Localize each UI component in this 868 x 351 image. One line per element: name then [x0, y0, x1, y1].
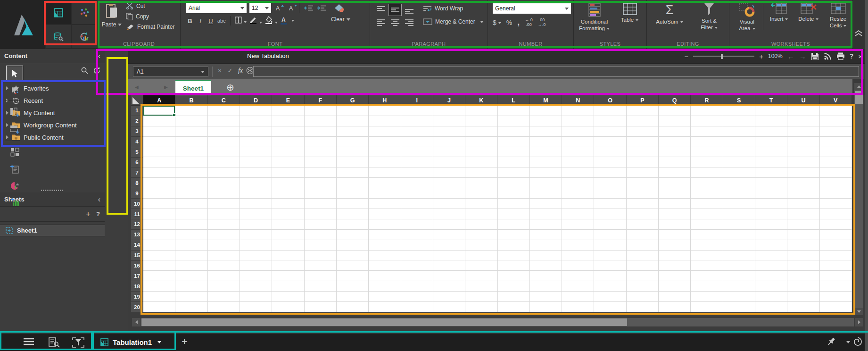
grid-cell-Q11[interactable] — [659, 209, 691, 219]
grid-cell-M3[interactable] — [530, 126, 562, 137]
grid-cell-B4[interactable] — [175, 137, 207, 147]
row-header-1[interactable]: 1 — [131, 106, 143, 116]
grid-cell-K20[interactable] — [465, 302, 497, 312]
grid-cell-Q8[interactable] — [659, 178, 691, 188]
grid-cell-M13[interactable] — [530, 230, 562, 240]
grid-cell-O6[interactable] — [594, 157, 626, 167]
grid-cell-M15[interactable] — [530, 251, 562, 261]
grid-cell-V15[interactable] — [820, 251, 852, 261]
insert-button[interactable]: Insert — [765, 0, 793, 40]
grid-cell-P17[interactable] — [627, 271, 659, 281]
grid-cell-C16[interactable] — [208, 260, 240, 271]
grid-cell-H8[interactable] — [369, 178, 401, 188]
grid-cell-D19[interactable] — [240, 292, 272, 302]
grid-cell-L6[interactable] — [498, 157, 530, 167]
grid-cell-F11[interactable] — [305, 209, 337, 219]
row-header-6[interactable]: 6 — [131, 158, 143, 168]
grid-cell-I16[interactable] — [401, 260, 433, 271]
grid-cell-V17[interactable] — [820, 271, 852, 281]
grid-cell-I5[interactable] — [401, 147, 433, 158]
grid-cell-B19[interactable] — [175, 292, 207, 302]
grid-cell-K1[interactable] — [465, 106, 497, 116]
grid-cell-A4[interactable] — [143, 137, 175, 147]
insert-function-button[interactable]: fx — [236, 67, 245, 75]
grid-cell-R4[interactable] — [691, 137, 723, 147]
grid-cell-M6[interactable] — [530, 157, 562, 167]
grid-cell-N3[interactable] — [562, 126, 594, 137]
grid-cell-J6[interactable] — [433, 157, 465, 167]
grid-cell-H1[interactable] — [369, 106, 401, 116]
sheets-list-item-sheet1[interactable]: Sheet1 — [0, 225, 105, 236]
grid-cell-I1[interactable] — [401, 106, 433, 116]
copy-button[interactable]: Copy — [126, 13, 174, 20]
grid-cell-J20[interactable] — [433, 302, 465, 312]
row-header-3[interactable]: 3 — [131, 126, 143, 137]
grid-cell-S20[interactable] — [723, 302, 755, 312]
grid-cell-Q17[interactable] — [659, 271, 691, 281]
cancel-entry-button[interactable]: × — [215, 67, 224, 74]
grid-cell-N15[interactable] — [562, 251, 594, 261]
grid-cell-C12[interactable] — [208, 219, 240, 230]
grid-cell-J15[interactable] — [433, 251, 465, 261]
grid-cell-C8[interactable] — [208, 178, 240, 188]
grid-cell-C9[interactable] — [208, 188, 240, 199]
new-tabulation-button[interactable]: + — [182, 335, 188, 348]
grid-cell-Q16[interactable] — [659, 260, 691, 271]
grid-cell-V19[interactable] — [820, 292, 852, 302]
grid-cell-D13[interactable] — [240, 230, 272, 240]
previous-sheet-button[interactable]: ◀ — [135, 84, 139, 90]
grid-cell-E6[interactable] — [272, 157, 304, 167]
column-header-D[interactable]: D — [240, 95, 272, 106]
grid-cell-F9[interactable] — [305, 188, 337, 199]
grid-cell-L5[interactable] — [498, 147, 530, 158]
grid-cell-G12[interactable] — [337, 219, 369, 230]
row-header-13[interactable]: 13 — [131, 230, 143, 240]
refresh-chart-app-tile[interactable] — [72, 25, 97, 48]
row-header-19[interactable]: 19 — [131, 292, 143, 302]
table-button[interactable]: Table — [613, 0, 646, 40]
grid-cell-U5[interactable] — [787, 147, 819, 158]
grid-cell-P11[interactable] — [627, 209, 659, 219]
fill-color-button[interactable] — [265, 16, 278, 25]
grid-cell-J13[interactable] — [433, 230, 465, 240]
grid-cell-I11[interactable] — [401, 209, 433, 219]
grid-cell-O8[interactable] — [594, 178, 626, 188]
grid-cell-C18[interactable] — [208, 281, 240, 292]
grid-cell-N16[interactable] — [562, 260, 594, 271]
grid-cell-S6[interactable] — [723, 157, 755, 167]
grid-cell-A8[interactable] — [143, 178, 175, 188]
grid-cell-B13[interactable] — [175, 230, 207, 240]
redo-forward-button[interactable]: → — [799, 52, 806, 60]
grid-cell-O18[interactable] — [594, 281, 626, 292]
increase-indent-icon[interactable] — [316, 5, 326, 11]
grid-cell-C17[interactable] — [208, 271, 240, 281]
column-header-N[interactable]: N — [562, 95, 594, 106]
autosum-button[interactable]: Σ AutoSum — [651, 0, 688, 40]
grid-cell-T20[interactable] — [755, 302, 787, 312]
grid-cell-K13[interactable] — [465, 230, 497, 240]
column-header-F[interactable]: F — [305, 95, 337, 106]
grid-cell-E5[interactable] — [272, 147, 304, 158]
column-header-V[interactable]: V — [820, 95, 852, 106]
grid-cell-C1[interactable] — [208, 106, 240, 116]
grid-cell-D17[interactable] — [240, 271, 272, 281]
grid-cell-L7[interactable] — [498, 167, 530, 178]
decrease-indent-icon[interactable] — [304, 5, 314, 11]
grid-cell-V10[interactable] — [820, 199, 852, 209]
grid-cell-B17[interactable] — [175, 271, 207, 281]
grid-cell-P20[interactable] — [627, 302, 659, 312]
grid-cell-M10[interactable] — [530, 199, 562, 209]
grid-cell-N14[interactable] — [562, 240, 594, 251]
grid-cell-A1[interactable] — [143, 106, 175, 116]
grid-cell-K14[interactable] — [465, 240, 497, 251]
grid-cell-U11[interactable] — [787, 209, 819, 219]
vertical-scroll-thumb[interactable] — [855, 91, 863, 104]
insert-container-button[interactable] — [7, 144, 23, 159]
grid-cell-T3[interactable] — [755, 126, 787, 137]
column-header-S[interactable]: S — [723, 95, 755, 106]
grid-cell-E8[interactable] — [272, 178, 304, 188]
grid-cell-U7[interactable] — [787, 167, 819, 178]
grid-cell-I15[interactable] — [401, 251, 433, 261]
insert-pie-chart-button[interactable] — [7, 178, 23, 193]
align-right-button[interactable] — [403, 17, 415, 29]
